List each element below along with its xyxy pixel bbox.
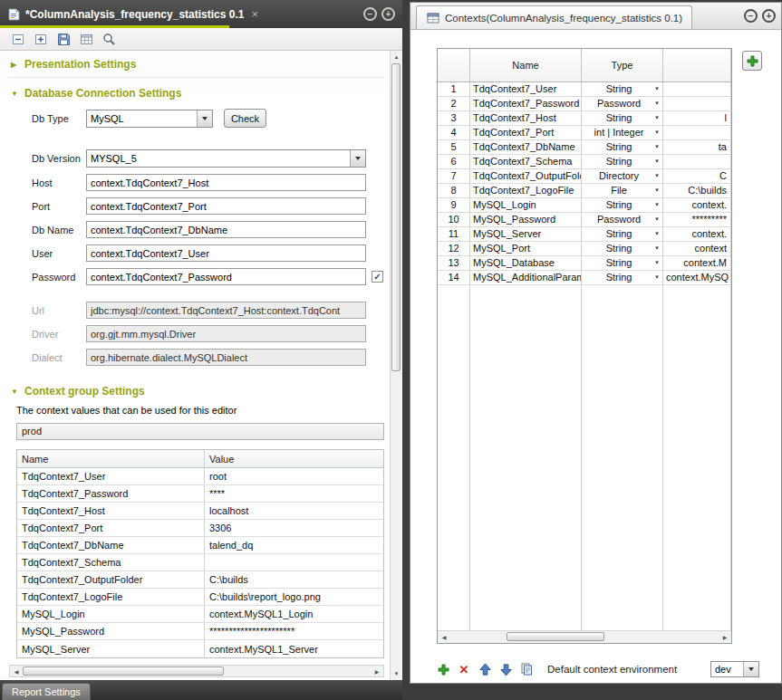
context-name-cell[interactable]: MySQL_Password <box>470 213 582 226</box>
context-value-cell[interactable]: ********* <box>663 213 731 226</box>
minimize-view-button[interactable]: − <box>744 9 758 23</box>
context-value-cell[interactable] <box>663 126 731 139</box>
context-value-cell[interactable]: C:\builds <box>205 571 383 588</box>
name-column-header[interactable]: Name <box>470 49 582 82</box>
context-type-cell[interactable]: File▼ <box>582 184 663 197</box>
table-row[interactable]: TdqContext7_Hostlocalhost <box>17 503 383 520</box>
context-value-cell[interactable]: context. <box>663 227 731 241</box>
context-type-cell[interactable]: String▼ <box>582 198 663 212</box>
context-name-cell[interactable]: MySQL_Server <box>17 640 205 657</box>
table-row[interactable]: MySQL_Password********************** <box>17 623 383 640</box>
context-value-cell[interactable]: context.MySQL1_Login <box>205 606 383 622</box>
close-tab-icon[interactable]: × <box>251 7 258 21</box>
context-value-cell[interactable]: localhost <box>205 503 383 519</box>
horizontal-scrollbar[interactable]: ◀ ▶ <box>9 665 384 677</box>
dropdown-arrow-icon[interactable]: ▼ <box>654 97 661 110</box>
context-type-cell[interactable]: Password▼ <box>582 213 663 226</box>
user-input[interactable] <box>86 245 366 262</box>
context-value-cell[interactable] <box>663 82 731 96</box>
context-name-cell[interactable]: MySQL_Port <box>470 242 582 255</box>
context-name-cell[interactable]: MySQL_Database <box>470 256 582 270</box>
copy-from-repository-icon[interactable] <box>517 660 536 678</box>
password-input[interactable] <box>86 268 366 285</box>
context-name-cell[interactable]: TdqContext7_Host <box>470 111 582 125</box>
context-type-cell[interactable]: String▼ <box>582 271 663 284</box>
context-value-cell[interactable] <box>663 97 731 110</box>
check-connection-button[interactable]: Check <box>224 109 266 128</box>
dropdown-arrow-icon[interactable]: ▼ <box>654 82 661 96</box>
section-expanded-arrow-icon[interactable]: ▼ <box>11 388 19 396</box>
context-value-cell[interactable]: C <box>663 169 731 183</box>
context-name-cell[interactable]: TdqContext7_Port <box>470 126 582 139</box>
dropdown-arrow-icon[interactable]: ▼ <box>654 256 661 270</box>
scroll-left-icon[interactable]: ◀ <box>10 666 23 676</box>
context-name-cell[interactable]: TdqContext7_User <box>470 82 582 96</box>
save-icon[interactable] <box>56 32 71 46</box>
section-context-group-settings[interactable]: ▼ Context group Settings <box>11 385 384 398</box>
add-context-variable-button[interactable] <box>742 51 762 71</box>
context-name-cell[interactable]: MySQL_Server <box>470 227 582 241</box>
maximize-view-button[interactable]: + <box>381 7 395 21</box>
context-row[interactable]: 5TdqContext7_DbNameString▼ta <box>438 140 731 155</box>
table-row[interactable]: TdqContext7_Schema <box>17 554 383 571</box>
context-value-cell[interactable]: C:\builds\report_logo.png <box>205 589 383 605</box>
context-value-cell[interactable]: l <box>663 111 731 125</box>
context-name-cell[interactable]: MySQL_AdditionalParams <box>470 271 582 284</box>
context-row[interactable]: 12MySQL_PortString▼context <box>438 242 731 256</box>
scrollbar-thumb[interactable] <box>391 63 401 371</box>
table-row[interactable]: TdqContext7_Port3306 <box>17 520 383 537</box>
context-value-cell[interactable]: ********************** <box>205 623 383 639</box>
context-name-cell[interactable]: TdqContext7_DbName <box>470 140 582 154</box>
context-type-cell[interactable]: int | Integer▼ <box>582 126 663 139</box>
context-name-cell[interactable]: TdqContext7_OutputFolder <box>17 571 205 588</box>
scroll-right-icon[interactable]: ▶ <box>371 666 383 676</box>
chevron-down-icon[interactable] <box>197 110 212 127</box>
context-name-cell[interactable]: TdqContext7_Password <box>470 97 582 110</box>
db-version-combo[interactable]: MYSQL_5 <box>86 149 366 168</box>
context-type-cell[interactable]: String▼ <box>582 140 663 154</box>
context-name-cell[interactable]: TdqContext7_LogoFile <box>17 589 205 605</box>
context-row[interactable]: 9MySQL_LoginString▼context. <box>438 198 731 213</box>
context-value-cell[interactable]: context.MySQL1_Server <box>205 640 383 657</box>
dropdown-arrow-icon[interactable]: ▼ <box>654 111 661 125</box>
add-icon[interactable] <box>434 660 452 678</box>
context-name-cell[interactable]: TdqContext7_User <box>17 468 205 484</box>
context-row[interactable]: 7TdqContext7_OutputFolderDirectory▼C <box>438 169 731 184</box>
minimize-view-button[interactable]: − <box>363 7 377 21</box>
table-row[interactable]: TdqContext7_Password**** <box>17 485 383 503</box>
delete-icon[interactable]: ✕ <box>455 660 473 678</box>
dropdown-arrow-icon[interactable]: ▼ <box>654 184 661 197</box>
context-type-cell[interactable]: String▼ <box>582 256 663 270</box>
context-type-cell[interactable]: String▼ <box>582 82 663 96</box>
move-up-icon[interactable] <box>476 660 494 678</box>
dropdown-arrow-icon[interactable]: ▼ <box>654 126 661 139</box>
scroll-left-icon[interactable]: ◀ <box>438 631 450 643</box>
name-column-header[interactable]: Name <box>17 450 205 467</box>
context-value-cell[interactable]: root <box>205 468 383 484</box>
table-row[interactable]: TdqContext7_DbNametalend_dq <box>17 537 383 554</box>
context-row[interactable]: 11MySQL_ServerString▼context. <box>438 227 731 242</box>
move-down-icon[interactable] <box>497 660 515 678</box>
dropdown-arrow-icon[interactable]: ▼ <box>654 242 661 255</box>
chevron-down-icon[interactable] <box>350 150 365 167</box>
context-name-cell[interactable]: TdqContext7_OutputFolder <box>470 169 582 183</box>
editor-tab[interactable]: *ColumnAnalysis_frequency_statistics 0.1… <box>0 0 264 28</box>
context-row[interactable]: 6TdqContext7_SchemaString▼ <box>438 155 731 169</box>
context-name-cell[interactable]: TdqContext7_Port <box>17 520 205 536</box>
context-type-cell[interactable]: String▼ <box>582 111 663 125</box>
table-row[interactable]: TdqContext7_LogoFileC:\builds\report_log… <box>17 589 383 606</box>
context-type-cell[interactable]: String▼ <box>582 242 663 255</box>
section-collapsed-arrow-icon[interactable]: ▶ <box>11 61 19 69</box>
horizontal-scrollbar[interactable]: ◀ ▶ <box>438 630 731 643</box>
context-environment-combo[interactable]: dev <box>710 661 759 677</box>
db-type-combo[interactable]: MySQL <box>86 110 213 128</box>
dropdown-arrow-icon[interactable]: ▼ <box>654 213 661 226</box>
context-value-cell[interactable]: talend_dq <box>205 537 383 553</box>
dropdown-arrow-icon[interactable]: ▼ <box>654 271 661 284</box>
grid-icon[interactable] <box>79 32 93 46</box>
expand-sections-icon[interactable] <box>34 32 48 46</box>
context-row[interactable]: 1TdqContext7_UserString▼ <box>438 82 731 97</box>
context-row[interactable]: 3TdqContext7_HostString▼l <box>438 111 731 126</box>
context-row[interactable]: 14MySQL_AdditionalParamsString▼context.M… <box>438 271 731 285</box>
scrollbar-thumb[interactable] <box>23 666 224 676</box>
